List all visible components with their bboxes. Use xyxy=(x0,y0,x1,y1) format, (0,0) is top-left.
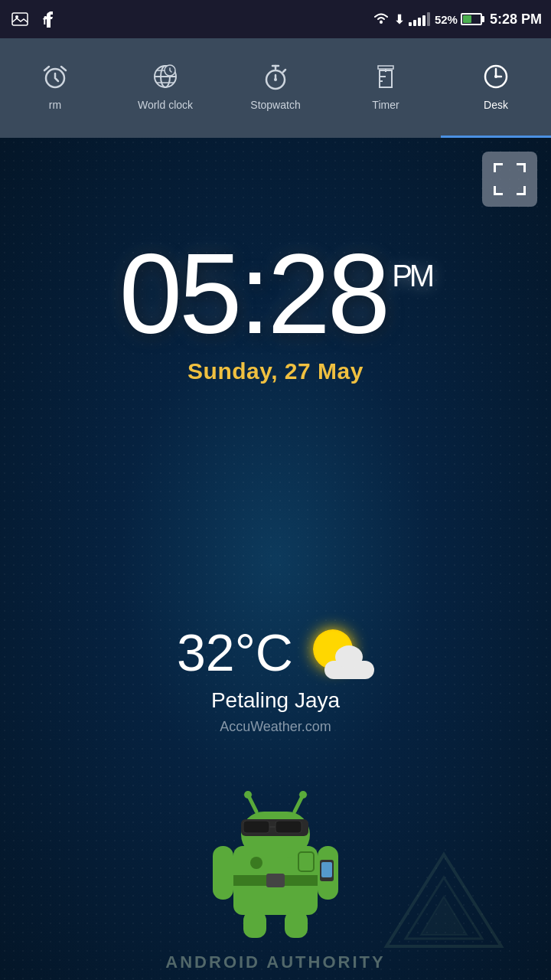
tab-stopwatch-label: Stopwatch xyxy=(250,99,300,111)
clock-ampm: PM xyxy=(392,260,432,291)
tab-alarm-label: rm xyxy=(49,99,61,111)
tab-stopwatch[interactable]: Stopwatch xyxy=(220,38,331,138)
svg-point-19 xyxy=(244,791,252,799)
svg-rect-26 xyxy=(266,874,285,887)
wifi-icon xyxy=(373,11,390,28)
aa-logo xyxy=(383,847,505,957)
tab-world-clock-label: World clock xyxy=(138,99,193,111)
clock-container: 05:28 PM Sunday, 27 May xyxy=(0,237,551,384)
tab-timer[interactable]: Timer xyxy=(331,38,441,138)
svg-rect-16 xyxy=(276,821,302,833)
signal-icon xyxy=(409,12,430,26)
tab-desk[interactable]: Desk xyxy=(441,38,551,138)
weather-temperature: 32°C xyxy=(177,622,293,682)
battery-container: 52% xyxy=(435,13,482,26)
svg-text:f: f xyxy=(43,15,47,27)
status-left-icons: f xyxy=(9,11,58,28)
tab-desk-label: Desk xyxy=(484,99,508,111)
svg-rect-21 xyxy=(213,846,233,900)
weather-container: 32°C Petaling Jaya AccuWeather.com xyxy=(0,622,551,735)
svg-line-18 xyxy=(295,796,302,812)
tab-timer-label: Timer xyxy=(372,99,399,111)
globe-icon xyxy=(152,63,179,94)
clock-time: 05:28 PM xyxy=(119,237,432,351)
facebook-icon: f xyxy=(37,11,58,28)
svg-rect-15 xyxy=(243,821,269,833)
expand-button[interactable] xyxy=(482,152,537,207)
svg-point-20 xyxy=(299,791,307,799)
main-content: 05:28 PM Sunday, 27 May 32°C Petaling Ja… xyxy=(0,138,551,980)
svg-point-3 xyxy=(380,21,383,24)
timer-icon xyxy=(372,63,399,94)
watermark-text: ANDROID AUTHORITY xyxy=(165,952,385,972)
status-right-icons: ⬇ 52% 5:28 PM xyxy=(373,11,542,28)
svg-point-9 xyxy=(274,78,277,81)
status-time: 5:28 PM xyxy=(490,11,542,28)
download-icon: ⬇ xyxy=(394,12,404,27)
svg-point-11 xyxy=(494,75,497,78)
svg-rect-24 xyxy=(285,911,308,938)
alarm-icon xyxy=(41,63,69,94)
tab-world-clock[interactable]: World clock xyxy=(110,38,220,138)
weather-temp-row: 32°C xyxy=(177,622,374,682)
clock-digits: 05:28 xyxy=(119,237,387,351)
cloud-icon xyxy=(324,650,374,679)
expand-icon xyxy=(495,165,524,194)
watermark: ANDROID AUTHORITY xyxy=(0,952,551,972)
weather-source: AccuWeather.com xyxy=(220,719,331,735)
desk-icon xyxy=(482,63,510,94)
svg-point-29 xyxy=(250,857,262,869)
svg-line-17 xyxy=(249,796,256,812)
battery-percent: 52% xyxy=(435,13,458,26)
stopwatch-icon xyxy=(262,63,289,94)
svg-rect-28 xyxy=(321,862,332,877)
clock-date: Sunday, 27 May xyxy=(187,358,364,384)
svg-rect-0 xyxy=(12,13,28,25)
image-icon xyxy=(9,11,31,28)
weather-icon xyxy=(305,626,374,679)
svg-rect-23 xyxy=(243,911,266,938)
weather-city: Petaling Jaya xyxy=(211,688,340,713)
battery-icon xyxy=(461,13,482,25)
tab-bar: rm World clock xyxy=(0,38,551,138)
tab-alarm[interactable]: rm xyxy=(0,38,110,138)
android-mascot xyxy=(199,769,352,938)
status-bar: f ⬇ 52% xyxy=(0,0,551,38)
